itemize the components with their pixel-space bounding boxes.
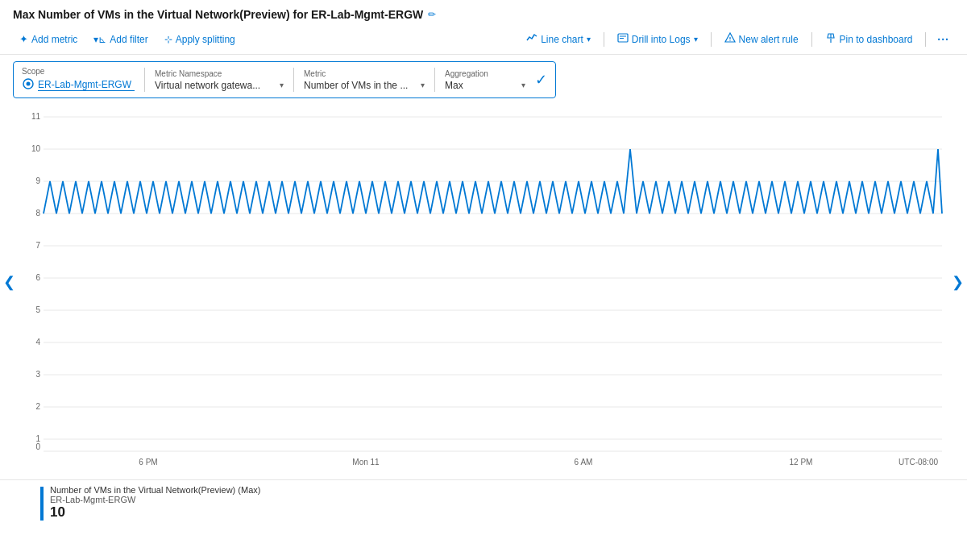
page-title: Max Number of VMs in the Virtual Network… [13,8,423,21]
svg-text:6 PM: 6 PM [139,458,157,467]
svg-text:6 AM: 6 AM [575,458,593,467]
drill-logs-icon [617,32,629,46]
pin-dashboard-button[interactable]: Pin to dashboard [819,29,919,49]
aggregation-select[interactable]: Max [445,80,509,91]
svg-text:10: 10 [31,144,41,153]
svg-text:7: 7 [35,241,40,250]
metrics-bar: Scope Metric Namespace Virtual network g… [0,55,967,105]
namespace-select[interactable]: Virtual network gatewa... [155,80,284,91]
namespace-label: Metric Namespace [155,69,284,78]
new-alert-button[interactable]: New alert rule [718,29,805,49]
scope-input[interactable] [38,79,135,91]
svg-text:11: 11 [31,112,41,121]
metrics-row: Scope Metric Namespace Virtual network g… [13,61,556,98]
new-alert-label: New alert rule [739,34,799,45]
scope-group: Scope [22,67,135,93]
toolbar-right: Line chart ▾ Drill into Logs ▾ New alert… [520,29,954,49]
toolbar-left: ✦ Add metric ▾⊾ Add filter ⊹ Apply split… [13,30,242,48]
add-metric-button[interactable]: ✦ Add metric [13,30,84,48]
chart-area: ❮ ❯ 11 10 9 8 7 6 5 4 3 2 1 0 6 PM [0,105,967,479]
legend-subtitle: ER-Lab-Mgmt-ERGW [50,495,260,504]
apply-splitting-icon: ⊹ [164,34,172,45]
apply-splitting-label: Apply splitting [176,34,235,45]
drill-logs-chevron: ▾ [694,35,698,44]
svg-text:5: 5 [35,305,40,314]
scope-label: Scope [22,67,135,76]
metric-group: Metric Number of VMs in the ... [304,69,425,91]
metric-select-wrapper[interactable]: Number of VMs in the ... [304,80,425,91]
legend-color-bar [40,487,44,521]
toolbar: ✦ Add metric ▾⊾ Add filter ⊹ Apply split… [0,24,967,55]
namespace-group: Metric Namespace Virtual network gatewa.… [155,69,284,91]
chart-nav-right[interactable]: ❯ [952,273,964,291]
add-filter-button[interactable]: ▾⊾ Add filter [87,31,154,48]
add-filter-icon: ▾⊾ [93,34,106,45]
svg-point-8 [27,82,31,86]
metric-label: Metric [304,69,425,78]
svg-text:2: 2 [35,402,40,411]
svg-text:6: 6 [35,273,40,282]
add-filter-label: Add filter [110,34,147,45]
more-icon: ··· [937,33,949,46]
line-chart-icon [526,32,537,46]
aggregation-label: Aggregation [445,69,525,78]
add-metric-icon: ✦ [19,33,28,45]
legend-value: 10 [50,504,260,521]
add-metric-label: Add metric [31,34,77,45]
more-button[interactable]: ··· [932,30,954,49]
apply-splitting-button[interactable]: ⊹ Apply splitting [158,31,242,48]
svg-text:9: 9 [35,176,40,185]
pin-dashboard-icon [825,32,836,46]
pin-dashboard-label: Pin to dashboard [840,34,913,45]
svg-text:12 PM: 12 PM [790,458,813,467]
line-chart-button[interactable]: Line chart ▾ [520,29,597,49]
new-alert-icon [724,32,736,46]
scope-icon [22,77,35,93]
svg-point-4 [729,40,730,41]
aggregation-group: Aggregation Max [445,69,525,91]
aggregation-select-wrapper[interactable]: Max [445,80,525,91]
legend: Number of VMs in the Virtual Network(Pre… [0,479,967,524]
edit-icon[interactable]: ✏ [428,9,436,20]
svg-text:8: 8 [35,209,40,218]
svg-text:0: 0 [35,442,40,451]
legend-title: Number of VMs in the Virtual Network(Pre… [50,485,260,495]
chart-nav-left[interactable]: ❮ [3,273,15,291]
svg-text:Mon 11: Mon 11 [352,458,380,467]
svg-text:UTC-08:00: UTC-08:00 [899,458,938,467]
svg-text:3: 3 [35,370,40,379]
drill-logs-label: Drill into Logs [632,34,691,45]
line-chart-label: Line chart [541,34,583,45]
drill-logs-button[interactable]: Drill into Logs ▾ [611,29,704,49]
namespace-select-wrapper[interactable]: Virtual network gatewa... [155,80,284,91]
svg-text:4: 4 [35,338,40,346]
line-chart-chevron: ▾ [587,35,591,44]
confirm-checkmark[interactable]: ✓ [535,71,547,89]
chart-svg: 11 10 9 8 7 6 5 4 3 2 1 0 6 PM Mon 11 6 … [19,105,946,467]
legend-text: Number of VMs in the Virtual Network(Pre… [50,485,260,521]
metric-select[interactable]: Number of VMs in the ... [304,80,425,91]
